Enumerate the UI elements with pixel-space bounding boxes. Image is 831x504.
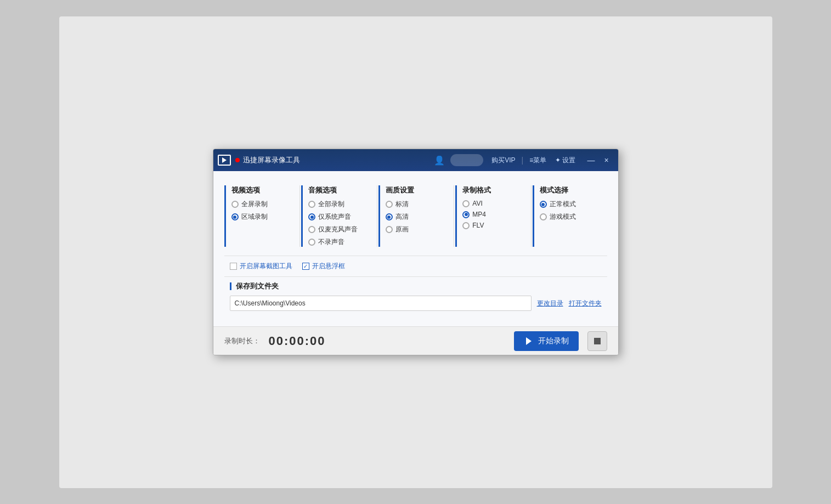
mode-radio-group: 正常模式 游戏模式 — [540, 200, 602, 222]
settings-button[interactable]: ✦ 设置 — [552, 155, 578, 166]
title-bar: 迅捷屏幕录像工具 👤 购买VIP | ≡菜单 ✦ 设置 — × — [213, 149, 618, 171]
screenshot-tool-label: 开启屏幕截图工具 — [240, 262, 292, 271]
save-folder-input[interactable] — [230, 296, 532, 311]
quality-radio-hd[interactable] — [386, 213, 393, 220]
format-radio-group: AVI MP4 FLV — [462, 200, 524, 229]
svg-marker-0 — [222, 157, 227, 163]
change-directory-link[interactable]: 更改目录 — [537, 299, 563, 308]
desktop-area: 迅捷屏幕录像工具 👤 购买VIP | ≡菜单 ✦ 设置 — × 视频选项 — [59, 16, 772, 488]
open-folder-link[interactable]: 打开文件夹 — [569, 299, 602, 308]
quality-option-original[interactable]: 原画 — [386, 225, 448, 234]
close-button[interactable]: × — [600, 153, 614, 167]
vip-button[interactable]: 购买VIP — [489, 155, 518, 166]
screenshot-tool-box[interactable] — [230, 263, 237, 270]
video-radio-group: 全屏录制 区域录制 — [231, 200, 293, 222]
save-folder-title: 保存到文件夹 — [230, 281, 602, 291]
rec-dot-icon — [235, 158, 240, 162]
quality-section-title: 画质设置 — [386, 185, 448, 195]
video-radio-fullscreen[interactable] — [231, 201, 239, 208]
format-radio-mp4[interactable] — [462, 211, 470, 218]
sections-row: 视频选项 全屏录制 区域录制 音频选项 — [224, 180, 607, 252]
audio-radio-group: 全部录制 仅系统声音 仅麦克风声音 不录声音 — [308, 200, 370, 247]
stop-button[interactable] — [587, 331, 607, 351]
video-radio-region[interactable] — [231, 213, 239, 220]
stop-icon — [594, 338, 601, 344]
window-controls: — × — [584, 153, 614, 167]
play-icon — [524, 336, 534, 346]
mode-radio-normal[interactable] — [540, 201, 547, 208]
format-option-mp4[interactable]: MP4 — [462, 211, 524, 218]
mode-option-game[interactable]: 游戏模式 — [540, 212, 602, 222]
audio-option-system[interactable]: 仅系统声音 — [308, 212, 370, 222]
user-avatar[interactable] — [450, 154, 483, 166]
floating-frame-label: 开启悬浮框 — [312, 262, 345, 271]
video-section: 视频选项 全屏录制 区域录制 — [224, 185, 299, 247]
app-logo — [218, 155, 231, 166]
floating-frame-checkbox[interactable]: 开启悬浮框 — [302, 262, 345, 271]
audio-radio-none[interactable] — [308, 239, 315, 246]
audio-radio-all[interactable] — [308, 201, 315, 208]
audio-section-title: 音频选项 — [308, 185, 370, 195]
svg-marker-1 — [526, 337, 532, 345]
quality-radio-group: 标清 高清 原画 — [386, 200, 448, 234]
mode-option-normal[interactable]: 正常模式 — [540, 200, 602, 209]
bottom-bar: 录制时长： 00:00:00 开始录制 — [213, 326, 618, 355]
video-option-region[interactable]: 区域录制 — [231, 212, 293, 222]
minimize-button[interactable]: — — [584, 153, 598, 167]
quality-option-hd[interactable]: 高清 — [386, 212, 448, 222]
audio-option-mic[interactable]: 仅麦克风声音 — [308, 225, 370, 234]
format-radio-avi[interactable] — [462, 200, 470, 207]
main-content: 视频选项 全屏录制 区域录制 音频选项 — [213, 171, 618, 326]
mode-section: 模式选择 正常模式 游戏模式 — [533, 185, 607, 247]
recording-time-label: 录制时长： — [224, 336, 260, 346]
checkbox-row: 开启屏幕截图工具 开启悬浮框 — [224, 256, 607, 276]
audio-option-none[interactable]: 不录声音 — [308, 237, 370, 247]
window-title: 迅捷屏幕录像工具 — [243, 155, 431, 165]
save-folder-row: 更改目录 打开文件夹 — [230, 296, 602, 311]
quality-radio-sd[interactable] — [386, 201, 393, 208]
quality-section: 画质设置 标清 高清 原画 — [378, 185, 453, 247]
menu-button[interactable]: ≡菜单 — [527, 155, 549, 166]
format-section-title: 录制格式 — [462, 185, 524, 195]
mode-section-title: 模式选择 — [540, 185, 602, 195]
format-radio-flv[interactable] — [462, 222, 470, 229]
audio-radio-system[interactable] — [308, 213, 315, 220]
app-window: 迅捷屏幕录像工具 👤 购买VIP | ≡菜单 ✦ 设置 — × 视频选项 — [213, 149, 619, 355]
format-option-avi[interactable]: AVI — [462, 200, 524, 207]
quality-option-sd[interactable]: 标清 — [386, 200, 448, 209]
floating-frame-box[interactable] — [302, 263, 309, 270]
quality-radio-original[interactable] — [386, 226, 393, 233]
format-section: 录制格式 AVI MP4 FLV — [455, 185, 530, 247]
start-record-button[interactable]: 开始录制 — [514, 331, 579, 351]
video-section-title: 视频选项 — [231, 185, 293, 195]
screenshot-tool-checkbox[interactable]: 开启屏幕截图工具 — [230, 262, 292, 271]
user-icon: 👤 — [434, 155, 445, 166]
audio-section: 音频选项 全部录制 仅系统声音 仅麦克风声音 — [301, 185, 376, 247]
mode-radio-game[interactable] — [540, 213, 547, 220]
save-folder-section: 保存到文件夹 更改目录 打开文件夹 — [224, 276, 607, 318]
recording-time-value: 00:00:00 — [269, 334, 326, 348]
video-option-fullscreen[interactable]: 全屏录制 — [231, 200, 293, 209]
audio-radio-mic[interactable] — [308, 226, 315, 233]
format-option-flv[interactable]: FLV — [462, 222, 524, 229]
audio-option-all[interactable]: 全部录制 — [308, 200, 370, 209]
